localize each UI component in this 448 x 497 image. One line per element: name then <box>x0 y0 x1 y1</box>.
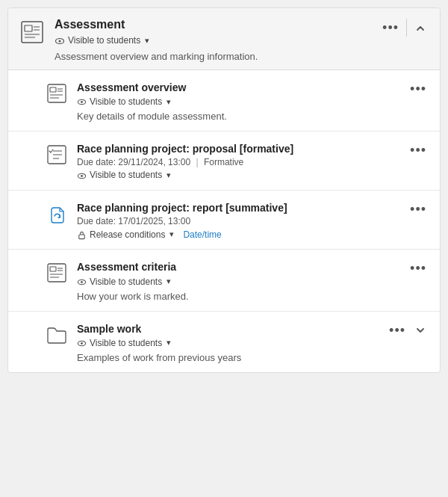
item-left: Assessment criteria Visible to students … <box>46 260 407 301</box>
item-expand-button[interactable] <box>411 324 429 337</box>
svg-rect-24 <box>50 267 56 271</box>
caret-icon: ▾ <box>167 338 171 348</box>
header-title: Assessment <box>55 17 258 33</box>
item-description: Examples of work from previous years <box>77 352 386 363</box>
item-more-button[interactable]: ••• <box>407 82 429 96</box>
item-left: Race planning project: report [summative… <box>46 201 407 240</box>
svg-rect-0 <box>22 22 43 43</box>
svg-rect-9 <box>50 87 56 92</box>
due-date: Due date: 17/01/2025, 13:00 <box>77 216 190 226</box>
visibility-label: Visible to students <box>90 96 162 107</box>
svg-rect-22 <box>79 235 84 239</box>
svg-point-15 <box>81 101 83 103</box>
item-more-button[interactable]: ••• <box>407 143 429 157</box>
caret-icon: ▾ <box>167 277 171 286</box>
item-left: Race planning project: proposal [formati… <box>46 142 407 181</box>
header-visibility-label: Visible to students <box>68 35 140 46</box>
item-more-button[interactable]: ••• <box>407 203 429 216</box>
checklist-icon <box>46 143 68 166</box>
eye-icon <box>77 338 87 348</box>
items-list: Assessment overview Visible to students … <box>8 70 440 372</box>
list-item: Assessment overview Visible to students … <box>8 70 440 132</box>
item-description: Key details of module assessment. <box>77 111 407 122</box>
due-date: Due date: 29/11/2024, 13:00 <box>77 157 190 167</box>
visibility-label: Visible to students <box>90 338 162 348</box>
item-visibility-tag[interactable]: Visible to students ▾ <box>77 338 171 348</box>
item-body: Race planning project: proposal [formati… <box>77 142 407 181</box>
visibility-label: Visible to students <box>90 277 162 287</box>
separator: | <box>196 157 200 167</box>
header-collapse-button[interactable] <box>411 21 429 34</box>
header-caret-icon: ▾ <box>145 36 149 46</box>
item-right: ••• <box>407 142 429 157</box>
eye-icon <box>77 277 87 287</box>
svg-point-32 <box>81 342 83 345</box>
svg-point-30 <box>81 281 83 283</box>
item-body: Assessment overview Visible to students … <box>77 81 407 122</box>
item-visibility-tag[interactable]: Visible to students ▾ <box>77 96 171 107</box>
item-left: Sample work Visible to students ▾ Exampl… <box>46 322 386 363</box>
item-title: Race planning project: proposal [formati… <box>77 142 407 155</box>
list-item: Assessment criteria Visible to students … <box>8 250 440 311</box>
svg-point-21 <box>81 175 83 177</box>
caret-icon: ▾ <box>167 97 171 107</box>
release-label: Release conditions <box>90 229 165 240</box>
item-title: Race planning project: report [summative… <box>77 201 407 214</box>
item-left: Assessment overview Visible to students … <box>46 81 407 122</box>
item-right: ••• <box>386 322 429 337</box>
assignment-blue-icon <box>46 203 68 225</box>
header-divider <box>406 19 407 37</box>
header-right: ••• <box>379 19 429 37</box>
item-more-button[interactable]: ••• <box>407 262 429 275</box>
item-more-button[interactable]: ••• <box>386 324 408 337</box>
eye-icon <box>55 35 65 46</box>
release-link[interactable]: Date/time <box>183 229 221 240</box>
list-item: Sample work Visible to students ▾ Exampl… <box>8 312 440 372</box>
header-visibility-tag[interactable]: Visible to students ▾ <box>55 35 149 46</box>
card-header: Assessment Visible to students ▾ Assessm… <box>8 8 440 70</box>
item-body: Sample work Visible to students ▾ Exampl… <box>77 322 386 363</box>
visibility-label: Visible to students <box>90 170 162 180</box>
header-more-button[interactable]: ••• <box>379 21 402 34</box>
svg-point-7 <box>59 40 61 42</box>
item-visibility-tag[interactable]: Visible to students ▾ <box>77 170 171 180</box>
type-label: Formative <box>204 157 243 167</box>
caret-icon: ▾ <box>169 229 174 239</box>
header-subtitle: Assessment overview and marking informat… <box>55 51 258 62</box>
svg-rect-1 <box>25 25 32 31</box>
item-title: Sample work <box>77 322 386 336</box>
lock-icon <box>77 229 87 239</box>
eye-icon <box>77 170 87 180</box>
caret-icon: ▾ <box>167 170 171 180</box>
item-right: ••• <box>407 81 429 96</box>
header-title-block: Assessment Visible to students ▾ Assessm… <box>55 17 258 62</box>
release-conditions-tag[interactable]: Release conditions ▾ Date/time <box>77 229 222 239</box>
item-title: Assessment overview <box>77 81 407 94</box>
item-description: How your work is marked. <box>77 291 407 302</box>
item-body: Assessment criteria Visible to students … <box>77 260 407 301</box>
document-icon <box>46 82 68 105</box>
item-body: Race planning project: report [summative… <box>77 201 407 240</box>
list-item: Race planning project: proposal [formati… <box>8 132 440 191</box>
item-right: ••• <box>407 260 429 275</box>
item-title: Assessment criteria <box>77 260 407 274</box>
assessment-card: Assessment Visible to students ▾ Assessm… <box>7 7 441 373</box>
item-right: ••• <box>407 201 429 216</box>
folder-icon <box>46 324 68 346</box>
list-item: Race planning project: report [summative… <box>8 191 440 250</box>
item-meta: Due date: 17/01/2025, 13:00 <box>77 216 407 226</box>
header-left: Assessment Visible to students ▾ Assessm… <box>19 17 258 62</box>
eye-icon <box>77 96 87 107</box>
assessment-header-icon <box>19 19 46 46</box>
item-meta: Due date: 29/11/2024, 13:00 | Formative <box>77 157 407 167</box>
document-icon <box>46 262 68 284</box>
item-visibility-tag[interactable]: Visible to students ▾ <box>77 277 171 287</box>
